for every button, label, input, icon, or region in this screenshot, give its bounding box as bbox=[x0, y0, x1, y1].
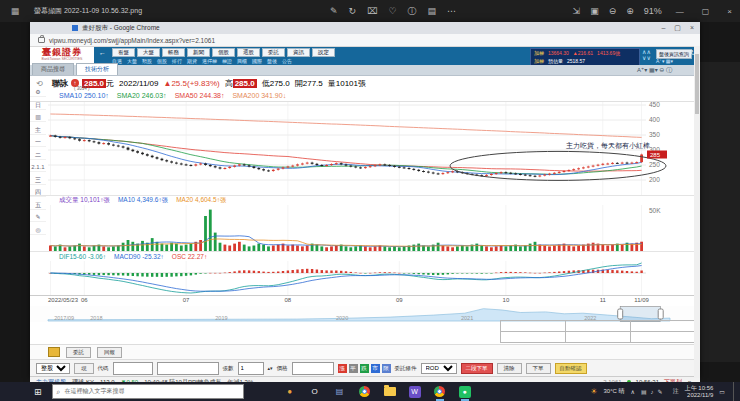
cash-button[interactable]: 現 bbox=[74, 363, 94, 374]
quick-menu-icon[interactable]: ⟲ bbox=[36, 79, 46, 88]
auto-confirm-button[interactable]: 自動確認 bbox=[555, 363, 587, 374]
menu-tab-3[interactable]: 帳務 bbox=[162, 48, 185, 57]
menu-tab-2[interactable]: 大盤 bbox=[137, 48, 160, 57]
chart-tool-9[interactable]: 四 bbox=[30, 188, 46, 197]
chart-tool-1[interactable]: ⚙ bbox=[30, 88, 46, 97]
index-quote-box[interactable]: 加權 13664.30 ▲216.61 1413.69億 加權 預估量 2518… bbox=[530, 48, 640, 66]
chart-tool-5[interactable]: 一 bbox=[30, 138, 46, 147]
photos-tool-icon-3[interactable]: ⌧ bbox=[367, 6, 377, 16]
line-icon[interactable]: ● bbox=[459, 386, 471, 398]
taskbar-search[interactable]: ⌕ 在這裡輸入文字來搜尋 bbox=[52, 384, 244, 399]
submenu-link-8[interactable]: 權證 bbox=[222, 58, 232, 64]
photos-tool-icon-5[interactable]: ⓘ bbox=[408, 5, 417, 18]
menu-tab-6[interactable]: 選股 bbox=[237, 48, 260, 57]
qty-stepper[interactable]: ▴▾ bbox=[268, 366, 273, 371]
chart-tool-11[interactable]: ✎ bbox=[30, 213, 46, 222]
tray-icon-1[interactable]: ▤ bbox=[641, 389, 647, 395]
chrome-close-icon[interactable]: × bbox=[690, 24, 694, 32]
photos-menu-icon[interactable]: ▦ bbox=[8, 6, 22, 16]
show-desktop-button[interactable] bbox=[733, 382, 736, 401]
close-icon[interactable]: × bbox=[723, 7, 736, 16]
minimize-icon[interactable]: — bbox=[672, 7, 688, 16]
two-stage-order-button[interactable]: 二段下單 bbox=[461, 363, 493, 374]
qty-input[interactable] bbox=[238, 362, 264, 375]
weather-text[interactable]: 30°C 晴 bbox=[603, 387, 624, 396]
chart-tool-2[interactable]: 日 bbox=[30, 101, 46, 110]
tray-icon-2[interactable]: ♪ bbox=[651, 389, 654, 395]
price-quick-1[interactable]: 漲 bbox=[338, 364, 347, 373]
header-tools[interactable]: A⁺▾ ▦▾ bbox=[656, 58, 673, 64]
chart-tool-7[interactable]: 2.1.1 bbox=[30, 163, 46, 172]
chrome-icon-2[interactable] bbox=[434, 386, 446, 398]
tab-1[interactable]: 商品搜尋 bbox=[32, 63, 74, 75]
clear-button[interactable]: 清除 bbox=[497, 363, 522, 374]
submit-order-button[interactable]: 下單 bbox=[526, 363, 551, 374]
photos-view-icon-3[interactable]: ⊖ bbox=[609, 6, 617, 16]
tray-icon-3[interactable]: ✎ bbox=[658, 389, 663, 395]
menu-tab-7[interactable]: 委託 bbox=[262, 48, 285, 57]
mascot-icon[interactable]: ● bbox=[284, 386, 296, 398]
chart-tool-6[interactable]: 二 bbox=[30, 151, 46, 160]
ime-indicator[interactable]: 注 bbox=[673, 387, 679, 396]
menu-tab-4[interactable]: 新聞 bbox=[187, 48, 210, 57]
price-quick-4[interactable]: 市 bbox=[371, 364, 380, 373]
price-input[interactable] bbox=[292, 362, 334, 375]
chrome-maximize-icon[interactable]: ▢ bbox=[674, 24, 681, 32]
color-swatch-button[interactable] bbox=[48, 347, 60, 357]
weather-icon[interactable]: ☀ bbox=[590, 387, 597, 396]
order-toolbar-button-2[interactable]: 回報 bbox=[97, 347, 122, 358]
chart-tool-10[interactable]: 五 bbox=[30, 201, 46, 210]
chart-tool-12[interactable]: ◎ bbox=[30, 226, 46, 235]
chart-tool-4[interactable]: 主 bbox=[30, 126, 46, 135]
submenu-link-7[interactable]: 選擇權 bbox=[202, 58, 217, 64]
code-input[interactable] bbox=[113, 362, 153, 375]
taskbar-clock[interactable]: 上午 10:56 2022/11/9 bbox=[685, 385, 714, 399]
photos-tool-icon-2[interactable]: ↻ bbox=[349, 6, 357, 16]
maximize-icon[interactable]: ▢ bbox=[698, 7, 714, 16]
folder-icon[interactable] bbox=[384, 386, 396, 398]
tray-chevron-icon[interactable]: ∧ bbox=[631, 388, 635, 395]
macd-chart[interactable] bbox=[30, 261, 700, 295]
submenu-link-2[interactable]: 大盤 bbox=[127, 58, 137, 64]
volume-chart[interactable]: 50K bbox=[30, 205, 700, 251]
photos-view-icon-1[interactable]: ⇲ bbox=[573, 6, 581, 16]
collapse-header-icon[interactable]: ∧∧∨∨ bbox=[642, 49, 651, 61]
price-quick-2[interactable]: 平 bbox=[349, 364, 358, 373]
photos-tool-icon-7[interactable]: ⋯ bbox=[447, 6, 456, 16]
teams-icon[interactable]: ▤ bbox=[334, 386, 346, 398]
submenu-link-11[interactable]: 盤後 bbox=[267, 58, 277, 64]
chrome-title-bar[interactable]: 畫好股市 - Google Chrome –▢× bbox=[30, 22, 700, 34]
tab-2[interactable]: 技術分析 bbox=[76, 63, 118, 75]
price-quick-5[interactable]: 限 bbox=[382, 364, 391, 373]
name-input[interactable] bbox=[157, 362, 219, 375]
submenu-link-10[interactable]: 國際 bbox=[252, 58, 262, 64]
chrome-address-bar[interactable]: vipwu.moneydj.com/swjj/appMain/Index.asp… bbox=[30, 34, 700, 47]
menu-tab-1[interactable]: 看盤 bbox=[112, 48, 135, 57]
back-button[interactable]: ← bbox=[98, 49, 107, 58]
word-icon[interactable]: W bbox=[409, 386, 421, 398]
chart-tool-8[interactable]: 三 bbox=[30, 176, 46, 185]
submenu-link-3[interactable]: 類股 bbox=[142, 58, 152, 64]
notification-icon[interactable]: ▭ bbox=[719, 388, 725, 395]
photos-view-icon-2[interactable]: ▣ bbox=[590, 6, 599, 16]
candlestick-chart[interactable]: 450400350300250200主力吃貨，每天都有小紅棒285 bbox=[30, 102, 700, 195]
menu-tab-9[interactable]: 設定 bbox=[312, 48, 335, 57]
photos-tool-icon-4[interactable]: ♡ bbox=[388, 6, 396, 16]
submenu-link-4[interactable]: 個股 bbox=[157, 58, 167, 64]
menu-tab-8[interactable]: 資訊 bbox=[287, 48, 310, 57]
menu-tab-5[interactable]: 個股 bbox=[212, 48, 235, 57]
submenu-link-9[interactable]: 興櫃 bbox=[237, 58, 247, 64]
lot-type-select[interactable]: 整股 bbox=[36, 363, 70, 374]
photos-tool-icon-1[interactable]: ✎ bbox=[330, 6, 338, 16]
browser-scrollbar[interactable] bbox=[694, 46, 700, 378]
submenu-link-6[interactable]: 期貨 bbox=[187, 58, 197, 64]
photos-view-icon-4[interactable]: ⊕ bbox=[626, 6, 634, 16]
chart-tool-3[interactable]: ▥ bbox=[30, 113, 46, 122]
submenu-link-12[interactable]: 公告 bbox=[282, 58, 292, 64]
opera-icon[interactable]: O bbox=[309, 386, 321, 398]
price-quick-3[interactable]: 跌 bbox=[360, 364, 369, 373]
stock-name[interactable]: 聯詠 bbox=[52, 78, 68, 89]
condition-select[interactable]: ROD bbox=[421, 363, 457, 374]
photos-tool-icon-6[interactable]: ▤ bbox=[428, 6, 437, 16]
chrome-icon[interactable] bbox=[359, 386, 371, 398]
